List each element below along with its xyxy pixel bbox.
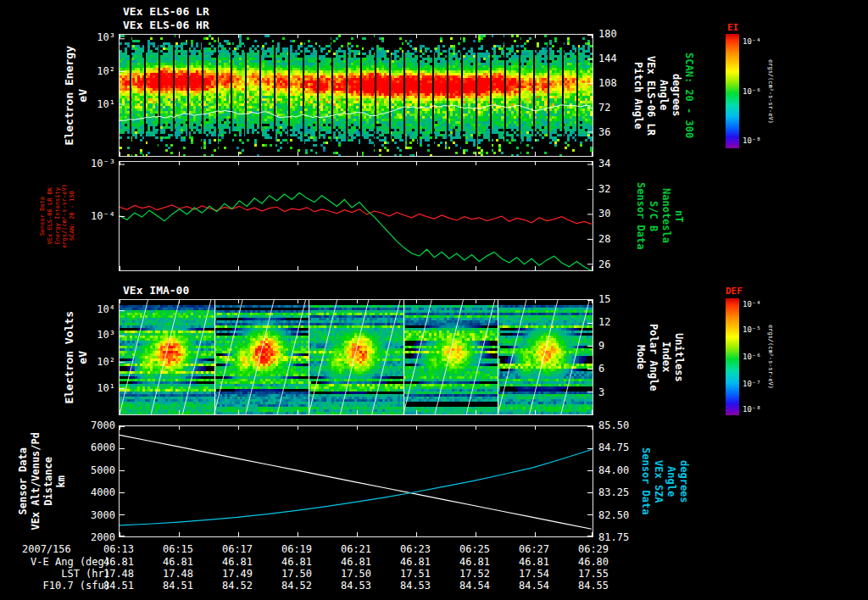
colorbar-tick: 10⁻⁴ <box>743 37 761 46</box>
axis-label-line: SCAN: 20 - 300 <box>682 53 695 138</box>
axis-label-line: Nanotesla <box>659 188 672 243</box>
pitch-angle-axis-label: Pitch Angle VEx ELS-06 LR Angle degrees … <box>632 34 695 157</box>
def-colorbar-units: ergs/(cm²-s-sr-eV) <box>766 298 774 415</box>
table-cell: 84.54 <box>459 580 490 592</box>
axis-label-line: km <box>55 475 68 487</box>
axis-label-line: Sensor Data <box>39 197 47 236</box>
els-energy-tick: 10¹ <box>81 98 115 110</box>
altitude-sza-canvas <box>120 426 593 536</box>
table-cell: 84.53 <box>400 580 431 592</box>
axis-label-line: degrees <box>677 460 690 503</box>
bfield-tick: 28 <box>598 233 610 245</box>
ei-colorbar <box>726 34 739 148</box>
def-colorbar-title: DEF <box>726 286 743 297</box>
axis-label-line: Angle <box>657 80 670 110</box>
table-cell: 17.48 <box>163 568 193 580</box>
colorbar-tick: 10⁻⁶ <box>743 353 761 361</box>
table-cell: 46.81 <box>400 556 431 568</box>
axis-label-line: VEx ELS-06 LR <box>644 56 657 136</box>
table-cell: 17.51 <box>400 568 431 580</box>
bfield-tick: 30 <box>598 208 610 219</box>
table-cell: 84.53 <box>341 580 371 592</box>
ei-colorbar-gradient <box>726 34 739 148</box>
date-label: 2007/156 <box>22 543 71 555</box>
els-spectrogram-canvas <box>120 35 593 156</box>
els-energy-tick: 10² <box>81 65 115 77</box>
ima-title: VEx IMA-00 <box>123 284 189 297</box>
altitude-tick: 2000 <box>81 531 115 543</box>
table-row-label: LST (hr) <box>3 568 110 580</box>
bfield-tick: 32 <box>598 183 610 195</box>
time-tick-label: 06:25 <box>459 543 490 555</box>
sza-tick: 83.25 <box>598 486 629 498</box>
table-cell: 84.54 <box>519 580 549 592</box>
time-tick-label: 06:17 <box>222 543 253 555</box>
table-cell: 46.81 <box>341 556 371 568</box>
table-cell: 46.81 <box>281 556 312 568</box>
axis-label-line: VEx SZA <box>652 460 665 503</box>
vex-data-display: VEx ELS-06 LR VEx ELS-06 HR VEx IMA-00 E… <box>0 0 868 600</box>
colorbar-units-text: ergs/(cm²-s-sr-eV) <box>766 325 774 389</box>
els-spectrogram-panel <box>119 34 593 157</box>
ima-mode-axis-label: Mode Polar Angle Index Unitless <box>634 299 685 415</box>
polar-index-tick: 12 <box>598 316 610 328</box>
time-tick-label: 06:19 <box>281 543 312 555</box>
colorbar-tick: 10⁻⁶ <box>743 87 761 96</box>
axis-label-line: VEx ELS-06 LR BK <box>47 187 54 244</box>
axis-label-line: nT <box>672 210 685 222</box>
bfield-tick: 34 <box>598 158 610 169</box>
altitude-tick: 6000 <box>81 442 115 453</box>
axis-label-line: Polar Angle <box>647 324 659 391</box>
sza-tick: 84.00 <box>598 464 629 476</box>
table-cell: 46.81 <box>222 556 253 568</box>
sza-tick: 84.75 <box>598 442 629 453</box>
sza-axis-label: Sensor Data VEx SZA Angle degrees <box>639 425 690 537</box>
sza-tick: 85.50 <box>598 419 629 431</box>
els-title-line1: VEx ELS-06 LR <box>123 5 209 18</box>
polar-index-tick: 6 <box>598 363 604 375</box>
axis-label-line: Sensor Data <box>639 447 652 514</box>
colorbar-tick: 10⁻⁸ <box>743 405 761 414</box>
intensity-axis-label: Sensor Data VEx ELS-06 LR BK Energy Inte… <box>39 159 76 273</box>
intensity-bfield-panel <box>119 161 593 271</box>
ima-spectrogram-panel <box>119 299 593 415</box>
table-cell: 17.54 <box>519 568 549 580</box>
altitude-axis-label: Sensor Data VEx Alt/Venus/Pd Distance km <box>17 425 68 537</box>
ima-spectrogram-canvas <box>120 300 593 414</box>
ima-energy-tick: 10³ <box>81 329 115 341</box>
axis-label-line: Angle <box>665 466 677 497</box>
time-tick-label: 06:13 <box>103 543 134 555</box>
table-cell: 84.52 <box>222 580 253 592</box>
table-cell: 46.81 <box>103 556 134 568</box>
table-cell: 17.52 <box>459 568 490 580</box>
axis-label-line: Sensor Data <box>634 182 647 249</box>
bfield-axis-label: Sensor Data S/C B Nanotesla nT <box>634 161 685 271</box>
def-colorbar <box>726 298 739 415</box>
table-cell: 84.51 <box>163 580 193 592</box>
time-tick-label: 06:27 <box>519 543 549 555</box>
table-cell: 17.50 <box>341 568 371 580</box>
axis-label-line: Sensor Data <box>17 447 30 514</box>
ima-energy-tick: 10² <box>81 356 115 368</box>
intensity-tick: 10⁻³ <box>81 158 115 169</box>
def-colorbar-gradient <box>726 298 739 415</box>
table-cell: 84.51 <box>103 580 134 592</box>
time-tick-label: 06:15 <box>163 543 193 555</box>
bfield-tick: 26 <box>598 258 610 270</box>
pitch-angle-tick: 180 <box>598 28 617 40</box>
els-title-line2: VEx ELS-06 HR <box>123 19 209 31</box>
table-cell: 84.52 <box>281 580 312 592</box>
axis-label-line: Electron Energy <box>63 46 76 145</box>
pitch-angle-tick: 72 <box>598 102 610 114</box>
ei-colorbar-title: EI <box>727 22 738 33</box>
table-cell: 17.55 <box>578 568 609 580</box>
axis-label-line: VEx Alt/Venus/Pd <box>30 432 42 531</box>
polar-index-tick: 15 <box>598 293 610 305</box>
ima-energy-tick: 10⁴ <box>81 303 115 315</box>
table-cell: 17.48 <box>103 568 134 580</box>
axis-label-line: Distance <box>42 457 55 506</box>
table-cell: 46.81 <box>459 556 490 568</box>
colorbar-tick: 10⁻⁷ <box>743 380 761 388</box>
sza-tick: 82.50 <box>598 509 629 521</box>
intensity-bfield-canvas <box>120 162 593 270</box>
